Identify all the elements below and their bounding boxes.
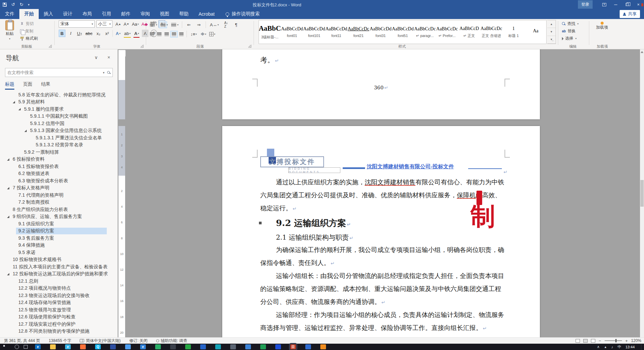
select-button[interactable]: 选择▾ — [562, 36, 577, 41]
nav-heading-item[interactable]: 11 拟投入本项目的主要生产设备、检验设备表 — [0, 263, 118, 271]
style-item-标题 1[interactable]: 1标题 1 — [503, 20, 525, 44]
nav-heading-item[interactable]: 7.2 制造商授权 — [0, 199, 118, 206]
scroll-up-icon[interactable] — [641, 51, 643, 53]
line-spacing-icon[interactable]: ↕≡▾ — [190, 30, 198, 38]
nav-tab-1[interactable]: 标题 — [5, 81, 14, 90]
nav-tab-2[interactable]: 页面 — [23, 81, 32, 90]
style-item-more[interactable]: Aa — [525, 20, 547, 44]
multilevel-list-icon[interactable]: ▾ — [171, 23, 179, 27]
nav-heading-item[interactable]: 9.1 供应组织方案 — [0, 220, 118, 228]
redo-icon[interactable]: ↻ — [20, 2, 23, 7]
ribbon-tab-11[interactable]: Acrobat — [194, 9, 220, 19]
page-indicator[interactable]: 第 361 页, 共 444 页 — [4, 338, 40, 344]
nav-heading-item[interactable]: 5.9.1.3 国家企业信用信息公示系统 — [0, 127, 118, 135]
sort-icon[interactable]: A↓Z — [223, 21, 230, 28]
shrink-font-icon[interactable]: A▼ — [123, 20, 130, 28]
nav-heading-item[interactable]: 5.9.1 履约信用要求 — [0, 106, 118, 113]
taskbar-app-app-teal[interactable] — [215, 344, 221, 349]
add-ins-button[interactable]: 加载项 — [595, 22, 609, 30]
vertical-ruler[interactable] — [118, 50, 125, 80]
document-page-360[interactable]: 考。↵ 360↵ — [222, 49, 540, 119]
style-item-↵ 正文[interactable]: AaBbCcD↵ 正文 — [458, 20, 480, 44]
style-scroll-up-icon[interactable]: ▲ — [547, 20, 556, 28]
nav-heading-item[interactable]: 12.5 物资领用与发放管理 — [0, 306, 118, 314]
style-more-icon[interactable]: ▼̲ — [547, 36, 556, 44]
strikethrough-button[interactable]: abc — [85, 30, 93, 37]
vertical-scrollbar[interactable] — [640, 49, 644, 337]
taskbar-app-ie[interactable]: e — [65, 344, 71, 349]
nav-heading-item[interactable]: 12.8 不同类别物资的专项保护措施 — [0, 328, 118, 335]
sign-in-button[interactable]: 登录 — [578, 0, 593, 9]
track-changes-indicator[interactable]: 修订: 关闭 — [129, 338, 147, 344]
format-painter-button[interactable]: 格式刷 — [20, 36, 38, 41]
share-button[interactable]: 共享 — [620, 10, 640, 18]
shading-icon[interactable]: ▾ — [201, 32, 206, 36]
nav-search-input[interactable]: 在文档中搜索 ▾ — [5, 68, 113, 77]
taskbar-app-app-orange[interactable] — [320, 344, 326, 349]
superscript-button[interactable]: x² — [104, 30, 110, 37]
nav-pane-close-icon[interactable]: × — [107, 55, 110, 60]
style-item-font21[interactable]: AaBbCcDcfont21 — [348, 20, 370, 44]
taskbar-app-app-slate[interactable] — [230, 344, 236, 349]
nav-heading-item[interactable]: 6 投标报价资料 — [0, 156, 118, 163]
collapse-arrow-icon[interactable] — [7, 187, 9, 189]
nav-heading-item[interactable]: 5.9.2 一票制结算 — [0, 149, 118, 156]
font-size-combo[interactable]: 小三▾ — [96, 20, 112, 28]
nav-heading-item[interactable]: 6.1 投标物资报价表 — [0, 163, 118, 170]
style-item-3级标题-...[interactable]: AaBbC3级标题-... — [259, 20, 281, 44]
taskbar-app-browser-blue[interactable]: e — [140, 344, 146, 349]
accessibility-indicator[interactable]: 辅助功能: 调查 — [156, 338, 187, 344]
distribute-icon[interactable] — [179, 32, 184, 36]
nav-heading-item[interactable]: 5.9 其他材料 — [0, 99, 118, 106]
nav-heading-item[interactable]: 5.9.1.1 中国裁判文书网截图 — [0, 113, 118, 120]
web-layout-icon[interactable] — [591, 339, 595, 343]
ribbon-tab-6[interactable]: 引用 — [97, 9, 116, 19]
nav-heading-item[interactable]: 6.3 物资报价成本分析表 — [0, 177, 118, 185]
align-center-icon[interactable] — [157, 32, 162, 36]
collapse-arrow-icon[interactable] — [18, 108, 21, 110]
ribbon-tab-1[interactable]: 文件 — [0, 9, 19, 19]
undo-icon[interactable]: ↺ — [11, 2, 15, 7]
style-item-font01[interactable]: AaBbCcDdfont01 — [281, 20, 303, 44]
borders-icon[interactable]: ▾ — [209, 32, 215, 36]
tray-network-icon[interactable]: ▲ — [604, 345, 607, 349]
copy-button[interactable]: 复制 — [20, 28, 33, 34]
cut-button[interactable]: 剪切 — [20, 21, 34, 27]
tray-expand-icon[interactable]: ∧ — [597, 345, 600, 349]
bullets-icon[interactable]: ▾ — [150, 23, 157, 27]
zoom-level[interactable]: 120% — [631, 338, 641, 343]
paste-button[interactable]: 粘贴 ▾ — [5, 20, 14, 40]
justify-icon[interactable] — [172, 32, 176, 36]
taskbar-app-app-blue[interactable] — [200, 344, 206, 349]
show-marks-icon[interactable]: ¶ — [233, 21, 240, 28]
ribbon-tab-4[interactable]: 设计 — [58, 9, 77, 19]
restore-button[interactable] — [621, 0, 633, 9]
font-color-icon[interactable]: A▾ — [133, 30, 140, 37]
font-dialog-launcher[interactable] — [140, 45, 143, 48]
taskbar-app-app-navy[interactable] — [275, 344, 281, 349]
decrease-indent-icon[interactable]: ⇐ — [186, 21, 192, 28]
taskbar-app-chrome[interactable] — [125, 344, 131, 349]
change-case-icon[interactable]: Aa▾ — [131, 20, 139, 28]
zoom-in-icon[interactable]: + — [625, 338, 628, 343]
nav-heading-item[interactable]: 5.8 近年发生的诉讼、仲裁及行贿犯罪情况 — [0, 91, 118, 99]
nav-heading-item[interactable]: 12 投标物资运达施工现场后的保护措施和要求 — [0, 271, 118, 278]
clock[interactable]: 13:44 — [625, 345, 635, 349]
style-item-font11[interactable]: AaBbCcDdfont11 — [325, 20, 347, 44]
nav-heading-item[interactable]: 12.6 现场使用前保护与检查 — [0, 314, 118, 321]
ribbon-tab-10[interactable]: 帮助 — [174, 9, 194, 19]
collapse-arrow-icon[interactable] — [7, 273, 9, 275]
align-right-icon[interactable] — [165, 32, 169, 36]
ribbon-tab-7[interactable]: 邮件 — [116, 9, 135, 19]
language-indicator[interactable]: 简体中文(中国大陆) — [80, 338, 120, 344]
style-item-font51[interactable]: AaBbCcDdfont51 — [392, 20, 414, 44]
italic-button[interactable]: I — [67, 30, 74, 37]
cortana-search-icon[interactable] — [15, 345, 19, 349]
nav-heading-item[interactable]: 9.4 保障措施 — [0, 242, 118, 249]
print-layout-icon[interactable] — [583, 339, 588, 343]
save-icon[interactable] — [3, 3, 7, 7]
nav-heading-item[interactable]: 9.2 运输组织方案 — [0, 228, 118, 235]
document-page-361[interactable]: 文搏投标文件 BIDDING DOCUMENTS 沈阳文搏建材销售有限公司-投标… — [222, 126, 540, 337]
word-count[interactable]: 138455 个字 — [49, 338, 71, 344]
taskbar-app-app-dark-blue[interactable] — [110, 344, 116, 349]
